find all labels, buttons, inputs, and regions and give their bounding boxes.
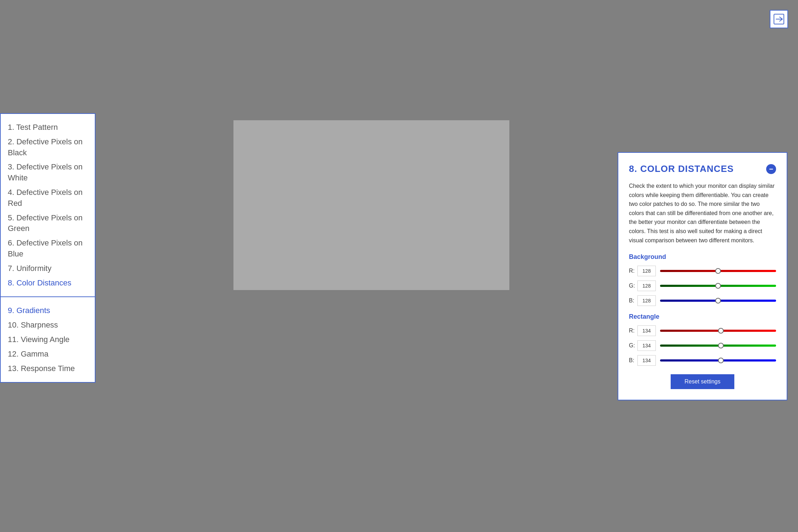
nav-item-12[interactable]: 12. Gamma [8, 347, 88, 362]
bg-blue-input[interactable] [637, 295, 656, 306]
rect-blue-track[interactable] [660, 359, 776, 362]
background-label: Background [629, 253, 776, 261]
bg-red-thumb[interactable] [715, 268, 721, 274]
left-navigation-panel: 1. Test Pattern 2. Defective Pixels on B… [0, 113, 96, 383]
bg-green-label: G: [629, 283, 637, 289]
rect-red-input[interactable] [637, 325, 656, 336]
nav-item-2[interactable]: 2. Defective Pixels on Black [8, 135, 88, 160]
minimize-button[interactable] [766, 164, 776, 174]
rectangle-section: Rectangle R: G: B: [629, 313, 776, 366]
rect-red-row: R: [629, 325, 776, 336]
nav-item-6[interactable]: 6. Defective Pixels on Blue [8, 236, 88, 261]
color-distances-panel: 8. COLOR DISTANCES Check the extent to w… [618, 152, 787, 400]
bg-green-input[interactable] [637, 281, 656, 291]
nav-item-5[interactable]: 5. Defective Pixels on Green [8, 211, 88, 236]
rect-green-row: G: [629, 340, 776, 351]
bg-red-input[interactable] [637, 266, 656, 276]
rect-green-input[interactable] [637, 340, 656, 351]
bg-blue-track[interactable] [660, 300, 776, 302]
bg-blue-thumb[interactable] [715, 298, 721, 303]
exit-button[interactable] [770, 10, 788, 28]
rect-red-track[interactable] [660, 330, 776, 332]
nav-section-1: 1. Test Pattern 2. Defective Pixels on B… [1, 114, 95, 297]
bg-red-label: R: [629, 268, 637, 274]
rect-green-label: G: [629, 342, 637, 349]
rect-red-thumb[interactable] [718, 328, 724, 334]
rect-blue-label: B: [629, 357, 637, 364]
background-section: Background R: G: B: [629, 253, 776, 306]
rect-blue-slider-container [660, 357, 776, 364]
nav-item-7[interactable]: 7. Uniformity [8, 261, 88, 276]
rect-red-slider-container [660, 327, 776, 334]
panel-description: Check the extent to which your monitor c… [629, 181, 776, 245]
bg-blue-slider-container [660, 297, 776, 304]
bg-green-row: G: [629, 281, 776, 291]
bg-green-thumb[interactable] [715, 283, 721, 289]
bg-red-track[interactable] [660, 270, 776, 272]
nav-item-4[interactable]: 4. Defective Pixels on Red [8, 185, 88, 211]
rect-green-slider-container [660, 342, 776, 349]
rectangle-label: Rectangle [629, 313, 776, 320]
nav-item-11[interactable]: 11. Viewing Angle [8, 332, 88, 347]
nav-item-10[interactable]: 10. Sharpness [8, 318, 88, 332]
nav-item-9[interactable]: 9. Gradients [8, 303, 88, 318]
center-preview-area [233, 120, 509, 290]
bg-blue-label: B: [629, 297, 637, 304]
bg-green-track[interactable] [660, 285, 776, 287]
bg-red-row: R: [629, 266, 776, 276]
panel-title: 8. COLOR DISTANCES [629, 163, 734, 174]
panel-header: 8. COLOR DISTANCES [629, 163, 776, 174]
rect-blue-thumb[interactable] [718, 358, 724, 363]
bg-green-slider-container [660, 282, 776, 289]
nav-item-1[interactable]: 1. Test Pattern [8, 120, 88, 135]
nav-item-8[interactable]: 8. Color Distances [8, 276, 88, 290]
nav-item-13[interactable]: 13. Response Time [8, 362, 88, 376]
reset-settings-button[interactable]: Reset settings [671, 374, 734, 389]
nav-item-3[interactable]: 3. Defective Pixels on White [8, 160, 88, 185]
rect-blue-input[interactable] [637, 355, 656, 366]
bg-red-slider-container [660, 267, 776, 274]
rect-blue-row: B: [629, 355, 776, 366]
rect-green-track[interactable] [660, 345, 776, 347]
rect-green-thumb[interactable] [718, 343, 724, 348]
nav-section-2: 9. Gradients 10. Sharpness 11. Viewing A… [1, 297, 95, 382]
bg-blue-row: B: [629, 295, 776, 306]
rect-red-label: R: [629, 328, 637, 334]
